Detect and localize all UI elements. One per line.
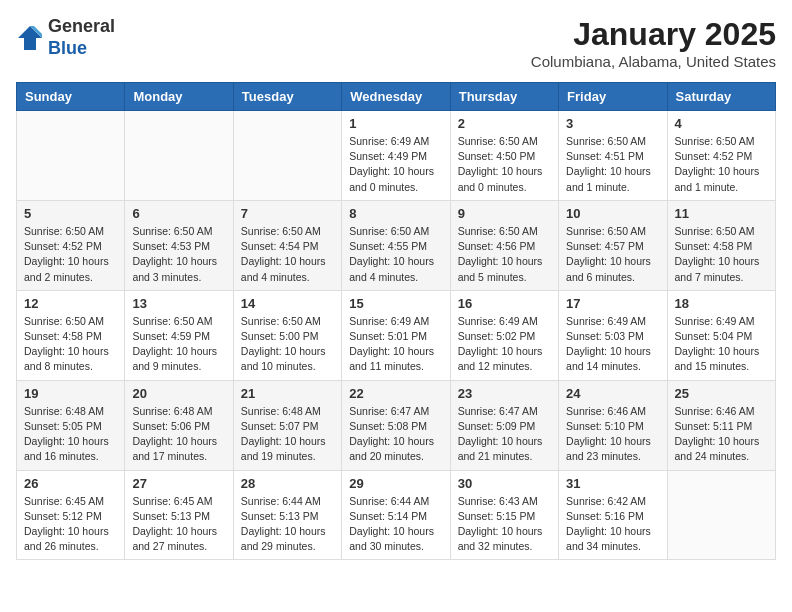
day-info: Sunrise: 6:50 AMSunset: 5:00 PMDaylight:… — [241, 314, 334, 375]
day-info: Sunrise: 6:43 AMSunset: 5:15 PMDaylight:… — [458, 494, 551, 555]
calendar-cell: 28Sunrise: 6:44 AMSunset: 5:13 PMDayligh… — [233, 470, 341, 560]
day-info: Sunrise: 6:48 AMSunset: 5:05 PMDaylight:… — [24, 404, 117, 465]
day-info: Sunrise: 6:50 AMSunset: 4:53 PMDaylight:… — [132, 224, 225, 285]
day-info: Sunrise: 6:49 AMSunset: 5:01 PMDaylight:… — [349, 314, 442, 375]
calendar-cell: 16Sunrise: 6:49 AMSunset: 5:02 PMDayligh… — [450, 290, 558, 380]
day-number: 27 — [132, 476, 225, 491]
calendar-cell: 24Sunrise: 6:46 AMSunset: 5:10 PMDayligh… — [559, 380, 667, 470]
day-number: 28 — [241, 476, 334, 491]
day-number: 10 — [566, 206, 659, 221]
day-number: 22 — [349, 386, 442, 401]
day-number: 15 — [349, 296, 442, 311]
calendar-cell: 6Sunrise: 6:50 AMSunset: 4:53 PMDaylight… — [125, 200, 233, 290]
calendar-cell: 22Sunrise: 6:47 AMSunset: 5:08 PMDayligh… — [342, 380, 450, 470]
calendar-cell: 15Sunrise: 6:49 AMSunset: 5:01 PMDayligh… — [342, 290, 450, 380]
logo-blue-text: Blue — [48, 38, 87, 58]
calendar-table: SundayMondayTuesdayWednesdayThursdayFrid… — [16, 82, 776, 560]
day-info: Sunrise: 6:49 AMSunset: 5:02 PMDaylight:… — [458, 314, 551, 375]
day-number: 2 — [458, 116, 551, 131]
calendar-week-row-3: 12Sunrise: 6:50 AMSunset: 4:58 PMDayligh… — [17, 290, 776, 380]
calendar-cell: 30Sunrise: 6:43 AMSunset: 5:15 PMDayligh… — [450, 470, 558, 560]
day-number: 18 — [675, 296, 768, 311]
page-header: General Blue January 2025 Columbiana, Al… — [16, 16, 776, 70]
day-info: Sunrise: 6:47 AMSunset: 5:09 PMDaylight:… — [458, 404, 551, 465]
day-info: Sunrise: 6:50 AMSunset: 4:56 PMDaylight:… — [458, 224, 551, 285]
calendar-cell: 8Sunrise: 6:50 AMSunset: 4:55 PMDaylight… — [342, 200, 450, 290]
location-text: Columbiana, Alabama, United States — [531, 53, 776, 70]
day-info: Sunrise: 6:50 AMSunset: 4:58 PMDaylight:… — [675, 224, 768, 285]
calendar-cell: 7Sunrise: 6:50 AMSunset: 4:54 PMDaylight… — [233, 200, 341, 290]
calendar-cell: 14Sunrise: 6:50 AMSunset: 5:00 PMDayligh… — [233, 290, 341, 380]
weekday-header-row: SundayMondayTuesdayWednesdayThursdayFrid… — [17, 83, 776, 111]
day-number: 24 — [566, 386, 659, 401]
svg-marker-0 — [18, 26, 42, 50]
day-info: Sunrise: 6:46 AMSunset: 5:10 PMDaylight:… — [566, 404, 659, 465]
calendar-cell: 20Sunrise: 6:48 AMSunset: 5:06 PMDayligh… — [125, 380, 233, 470]
day-info: Sunrise: 6:44 AMSunset: 5:14 PMDaylight:… — [349, 494, 442, 555]
day-number: 14 — [241, 296, 334, 311]
calendar-cell: 17Sunrise: 6:49 AMSunset: 5:03 PMDayligh… — [559, 290, 667, 380]
calendar-cell: 9Sunrise: 6:50 AMSunset: 4:56 PMDaylight… — [450, 200, 558, 290]
day-info: Sunrise: 6:50 AMSunset: 4:57 PMDaylight:… — [566, 224, 659, 285]
calendar-cell: 25Sunrise: 6:46 AMSunset: 5:11 PMDayligh… — [667, 380, 775, 470]
calendar-cell: 13Sunrise: 6:50 AMSunset: 4:59 PMDayligh… — [125, 290, 233, 380]
day-info: Sunrise: 6:50 AMSunset: 4:51 PMDaylight:… — [566, 134, 659, 195]
day-number: 13 — [132, 296, 225, 311]
calendar-cell: 26Sunrise: 6:45 AMSunset: 5:12 PMDayligh… — [17, 470, 125, 560]
calendar-cell — [233, 111, 341, 201]
day-number: 7 — [241, 206, 334, 221]
day-number: 4 — [675, 116, 768, 131]
day-number: 12 — [24, 296, 117, 311]
day-number: 25 — [675, 386, 768, 401]
day-info: Sunrise: 6:50 AMSunset: 4:59 PMDaylight:… — [132, 314, 225, 375]
day-info: Sunrise: 6:45 AMSunset: 5:13 PMDaylight:… — [132, 494, 225, 555]
month-title: January 2025 — [531, 16, 776, 53]
day-number: 19 — [24, 386, 117, 401]
calendar-cell: 5Sunrise: 6:50 AMSunset: 4:52 PMDaylight… — [17, 200, 125, 290]
calendar-cell: 18Sunrise: 6:49 AMSunset: 5:04 PMDayligh… — [667, 290, 775, 380]
day-info: Sunrise: 6:50 AMSunset: 4:54 PMDaylight:… — [241, 224, 334, 285]
day-info: Sunrise: 6:42 AMSunset: 5:16 PMDaylight:… — [566, 494, 659, 555]
calendar-week-row-1: 1Sunrise: 6:49 AMSunset: 4:49 PMDaylight… — [17, 111, 776, 201]
calendar-cell: 27Sunrise: 6:45 AMSunset: 5:13 PMDayligh… — [125, 470, 233, 560]
day-info: Sunrise: 6:50 AMSunset: 4:52 PMDaylight:… — [24, 224, 117, 285]
calendar-cell: 12Sunrise: 6:50 AMSunset: 4:58 PMDayligh… — [17, 290, 125, 380]
day-info: Sunrise: 6:49 AMSunset: 5:03 PMDaylight:… — [566, 314, 659, 375]
weekday-header-monday: Monday — [125, 83, 233, 111]
day-info: Sunrise: 6:44 AMSunset: 5:13 PMDaylight:… — [241, 494, 334, 555]
calendar-cell — [667, 470, 775, 560]
calendar-cell: 1Sunrise: 6:49 AMSunset: 4:49 PMDaylight… — [342, 111, 450, 201]
logo-icon — [16, 24, 44, 52]
calendar-cell: 3Sunrise: 6:50 AMSunset: 4:51 PMDaylight… — [559, 111, 667, 201]
day-number: 8 — [349, 206, 442, 221]
weekday-header-thursday: Thursday — [450, 83, 558, 111]
day-number: 6 — [132, 206, 225, 221]
calendar-cell: 21Sunrise: 6:48 AMSunset: 5:07 PMDayligh… — [233, 380, 341, 470]
logo: General Blue — [16, 16, 115, 59]
day-info: Sunrise: 6:48 AMSunset: 5:06 PMDaylight:… — [132, 404, 225, 465]
calendar-cell: 29Sunrise: 6:44 AMSunset: 5:14 PMDayligh… — [342, 470, 450, 560]
day-info: Sunrise: 6:50 AMSunset: 4:55 PMDaylight:… — [349, 224, 442, 285]
day-info: Sunrise: 6:45 AMSunset: 5:12 PMDaylight:… — [24, 494, 117, 555]
logo-general-text: General — [48, 16, 115, 36]
day-info: Sunrise: 6:50 AMSunset: 4:58 PMDaylight:… — [24, 314, 117, 375]
day-number: 31 — [566, 476, 659, 491]
day-number: 26 — [24, 476, 117, 491]
calendar-cell: 4Sunrise: 6:50 AMSunset: 4:52 PMDaylight… — [667, 111, 775, 201]
day-number: 23 — [458, 386, 551, 401]
day-info: Sunrise: 6:48 AMSunset: 5:07 PMDaylight:… — [241, 404, 334, 465]
day-number: 29 — [349, 476, 442, 491]
day-number: 5 — [24, 206, 117, 221]
day-number: 1 — [349, 116, 442, 131]
weekday-header-tuesday: Tuesday — [233, 83, 341, 111]
day-info: Sunrise: 6:49 AMSunset: 4:49 PMDaylight:… — [349, 134, 442, 195]
day-number: 20 — [132, 386, 225, 401]
weekday-header-wednesday: Wednesday — [342, 83, 450, 111]
calendar-cell: 31Sunrise: 6:42 AMSunset: 5:16 PMDayligh… — [559, 470, 667, 560]
day-number: 16 — [458, 296, 551, 311]
day-number: 3 — [566, 116, 659, 131]
day-number: 17 — [566, 296, 659, 311]
weekday-header-saturday: Saturday — [667, 83, 775, 111]
calendar-week-row-4: 19Sunrise: 6:48 AMSunset: 5:05 PMDayligh… — [17, 380, 776, 470]
calendar-cell: 11Sunrise: 6:50 AMSunset: 4:58 PMDayligh… — [667, 200, 775, 290]
